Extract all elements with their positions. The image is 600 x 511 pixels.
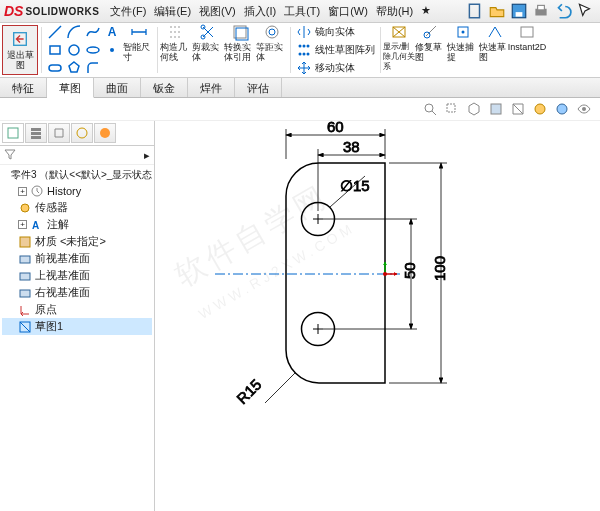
filter-icon[interactable] <box>4 148 16 162</box>
dim-60[interactable]: 60 <box>327 121 344 135</box>
polygon-icon[interactable] <box>66 60 82 76</box>
graphics-area[interactable]: 软件自学网WWW.RJ2XW.COM <box>155 121 600 511</box>
slot-icon[interactable] <box>47 60 63 76</box>
svg-rect-0 <box>469 4 479 18</box>
offset-button[interactable]: 等距实体 <box>256 23 288 77</box>
menu-view[interactable]: 视图(V) <box>196 2 239 21</box>
svg-point-21 <box>303 53 306 56</box>
tree-history[interactable]: +History <box>2 183 152 199</box>
text-icon[interactable]: A <box>104 24 120 40</box>
smart-dimension-button[interactable]: 智能尺寸 <box>123 23 155 77</box>
convert-ent-label: 转换实体引用 <box>224 42 256 62</box>
tab-sketch[interactable]: 草图 <box>47 78 94 98</box>
pattern-label[interactable]: 线性草图阵列 <box>315 43 375 57</box>
view-toolbar <box>0 98 600 121</box>
repair-sketch-button[interactable]: 修复草图 <box>415 23 447 77</box>
dim-r15[interactable]: R15 <box>233 376 264 407</box>
menu-edit[interactable]: 编辑(E) <box>151 2 194 21</box>
line-icon[interactable] <box>47 24 63 40</box>
save-icon[interactable] <box>510 2 528 20</box>
tab-features[interactable]: 特征 <box>0 78 47 97</box>
menu-file[interactable]: 文件(F) <box>107 2 149 21</box>
rect-icon[interactable] <box>47 42 63 58</box>
tab-evaluate[interactable]: 评估 <box>235 78 282 97</box>
tree-sketch1[interactable]: 草图1 <box>2 318 152 335</box>
dim-50[interactable]: 50 <box>401 262 418 279</box>
hide-show-icon[interactable] <box>576 101 592 117</box>
dim-d15[interactable]: ∅15 <box>340 177 370 194</box>
section-view-icon[interactable] <box>510 101 526 117</box>
convert-entities-button[interactable]: 转换实体引用 <box>224 23 256 77</box>
tree-top-plane[interactable]: 上视基准面 <box>2 267 152 284</box>
print-icon[interactable] <box>532 2 550 20</box>
rapid-sketch-button[interactable]: 快速草图 <box>479 23 511 77</box>
point-icon[interactable] <box>104 42 120 58</box>
trim-button[interactable]: 剪裁实体 <box>192 23 224 77</box>
menu-insert[interactable]: 插入(I) <box>241 2 279 21</box>
menu-search-icon[interactable]: ★ <box>418 2 434 21</box>
open-icon[interactable] <box>488 2 506 20</box>
offset-label: 等距实体 <box>256 42 288 62</box>
display-delete-button[interactable]: 显示/删除几何关系 <box>383 23 415 77</box>
quick-snap-button[interactable]: 快速捕捉 <box>447 23 479 77</box>
ellipse-icon[interactable] <box>85 42 101 58</box>
display-del-label: 显示/删除几何关系 <box>383 42 415 72</box>
feature-tree: 零件3 （默认<<默认>_显示状态 1>） +History 传感器 +A注解 … <box>0 165 154 337</box>
tree-annotations[interactable]: +A注解 <box>2 216 152 233</box>
tab-weldment[interactable]: 焊件 <box>188 78 235 97</box>
scene-icon[interactable] <box>532 101 548 117</box>
tree-origin[interactable]: 原点 <box>2 301 152 318</box>
tree-history-label: History <box>47 185 81 197</box>
svg-point-32 <box>557 104 567 114</box>
svg-point-20 <box>299 53 302 56</box>
spline-icon[interactable] <box>85 24 101 40</box>
view-orientation-icon[interactable] <box>466 101 482 117</box>
instant2d-button[interactable]: Instant2D <box>511 23 543 77</box>
undo-icon[interactable] <box>554 2 572 20</box>
fillet-icon[interactable] <box>85 60 101 76</box>
tree-sensors-label: 传感器 <box>35 200 68 215</box>
svg-rect-4 <box>538 5 545 10</box>
menu-window[interactable]: 窗口(W) <box>325 2 371 21</box>
config-tab[interactable] <box>48 123 70 143</box>
menu-tools[interactable]: 工具(T) <box>281 2 323 21</box>
zoom-fit-icon[interactable] <box>422 101 438 117</box>
tree-sensors[interactable]: 传感器 <box>2 199 152 216</box>
display-tab[interactable] <box>94 123 116 143</box>
tab-sheetmetal[interactable]: 钣金 <box>141 78 188 97</box>
dim-100[interactable]: 100 <box>431 256 448 281</box>
exit-sketch-button[interactable]: 退出草图 <box>2 25 38 75</box>
display-style-icon[interactable] <box>488 101 504 117</box>
tree-front-plane[interactable]: 前视基准面 <box>2 250 152 267</box>
new-icon[interactable] <box>466 2 484 20</box>
expand-toggle[interactable]: + <box>18 220 27 229</box>
tree-material[interactable]: 材质 <未指定> <box>2 233 152 250</box>
menu-help[interactable]: 帮助(H) <box>373 2 416 21</box>
expand-toggle[interactable]: + <box>18 187 27 196</box>
tab-surface[interactable]: 曲面 <box>94 78 141 97</box>
svg-text:A: A <box>32 220 39 231</box>
circle-icon[interactable] <box>66 42 82 58</box>
appearance-icon[interactable] <box>554 101 570 117</box>
convert-button[interactable]: 构造几何线 <box>160 23 192 77</box>
mirror-icon[interactable] <box>296 24 312 40</box>
tree-right-plane[interactable]: 右视基准面 <box>2 284 152 301</box>
tree-root[interactable]: 零件3 （默认<<默认>_显示状态 1>） <box>2 167 152 183</box>
select-icon[interactable] <box>576 2 594 20</box>
zoom-area-icon[interactable] <box>444 101 460 117</box>
arc-icon[interactable] <box>66 24 82 40</box>
property-tab[interactable] <box>25 123 47 143</box>
move-label[interactable]: 移动实体 <box>315 61 355 75</box>
svg-point-22 <box>307 53 310 56</box>
svg-rect-46 <box>20 273 30 280</box>
mirror-label[interactable]: 镜向实体 <box>315 25 355 39</box>
expand-icon[interactable]: ▸ <box>144 149 150 162</box>
quick-access-toolbar <box>466 2 600 20</box>
dim-38[interactable]: 38 <box>343 138 360 155</box>
dimxpert-tab[interactable] <box>71 123 93 143</box>
pattern-icon[interactable] <box>296 42 312 58</box>
move-icon[interactable] <box>296 60 312 76</box>
panel-tabs <box>0 121 154 146</box>
sketch-drawing: 60 38 ∅15 50 100 R15 <box>155 121 600 511</box>
feature-tree-tab[interactable] <box>2 123 24 143</box>
